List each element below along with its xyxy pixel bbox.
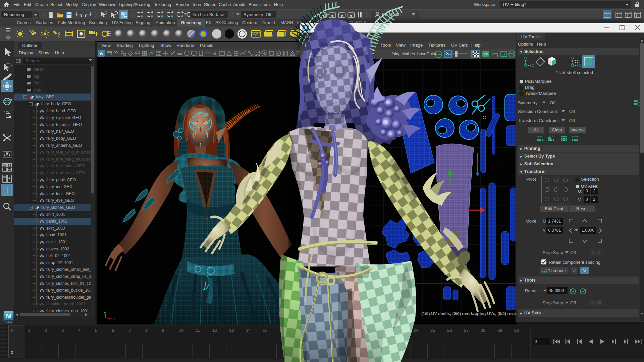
svg-text:PSD: PSD (509, 53, 514, 55)
svg-text:M: M (6, 312, 12, 320)
svg-text:RGB: RGB (436, 53, 441, 56)
svg-text:x: x (113, 317, 115, 321)
svg-text:MAYA: MAYA (6, 321, 12, 323)
